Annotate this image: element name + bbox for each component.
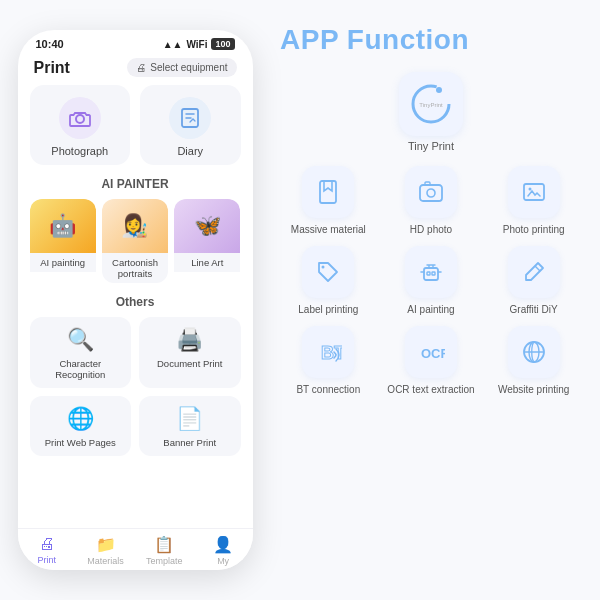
phone-mockup: 10:40 ▲▲ WiFi 100 Print 🖨 Select equipme… — [0, 0, 270, 600]
phone-scroll-area[interactable]: Photograph Diary AI PAINTER — [18, 85, 253, 528]
printer-icon: 🖨 — [136, 62, 146, 73]
ai-painter-header: AI PAINTER — [30, 177, 241, 191]
ai-painter-grid: 🤖 AI painting 👩‍🎨 Cartoonish portraits 🦋… — [30, 199, 241, 283]
nav-materials[interactable]: 📁 Materials — [76, 535, 135, 566]
ocr-icon: OCR — [417, 338, 445, 366]
nav-template[interactable]: 📋 Template — [135, 535, 194, 566]
status-icons: ▲▲ WiFi 100 — [163, 38, 235, 50]
materials-nav-label: Materials — [87, 556, 124, 566]
diary-button[interactable]: Diary — [140, 85, 241, 165]
photograph-button[interactable]: Photograph — [30, 85, 131, 165]
diary-label: Diary — [177, 145, 203, 157]
bt-connection-icon-wrap: BT — [302, 326, 354, 378]
nav-my[interactable]: 👤 My — [194, 535, 253, 566]
website-printing-item[interactable]: Website printing — [485, 326, 582, 396]
tag-icon — [314, 258, 342, 286]
tiny-print-label: Tiny Print — [408, 140, 454, 152]
ai-painting-item[interactable]: 🤖 AI painting — [30, 199, 96, 283]
banner-print-item[interactable]: 📄 Banner Print — [139, 396, 241, 456]
ocr-text-icon-wrap: OCR — [405, 326, 457, 378]
tiny-print-logo-svg: TinyPrint — [407, 80, 455, 128]
svg-point-0 — [76, 115, 84, 123]
phone-header-title: Print — [34, 59, 70, 77]
print-web-pages-item[interactable]: 🌐 Print Web Pages — [30, 396, 132, 456]
website-printing-icon-wrap — [508, 326, 560, 378]
pencil-icon — [520, 258, 548, 286]
svg-text:OCR: OCR — [421, 346, 445, 361]
label-printing-item[interactable]: Label printing — [280, 246, 377, 316]
phone-header: Print 🖨 Select equipment — [18, 54, 253, 85]
character-recognition-icon: 🔍 — [67, 327, 94, 353]
svg-text:TinyPrint: TinyPrint — [419, 102, 443, 108]
svg-rect-5 — [320, 181, 336, 203]
photograph-icon-wrap — [59, 97, 101, 139]
document-print-item[interactable]: 🖨️ Document Print — [139, 317, 241, 388]
photograph-label: Photograph — [51, 145, 108, 157]
diary-icon-wrap — [169, 97, 211, 139]
graffiti-diy-label: Graffiti DiY — [510, 303, 558, 316]
robot-icon — [417, 258, 445, 286]
svg-point-11 — [322, 266, 325, 269]
camera-hd-icon — [417, 178, 445, 206]
website-printing-label: Website printing — [498, 383, 570, 396]
ai-painting-feature-icon-wrap — [405, 246, 457, 298]
ai-painting-feature-label: AI painting — [407, 303, 454, 316]
line-art-label: Line Art — [174, 253, 240, 272]
app-function-title: APP Function — [280, 24, 582, 56]
svg-rect-12 — [424, 268, 438, 280]
character-recognition-label: Character Recognition — [38, 358, 124, 380]
status-bar: 10:40 ▲▲ WiFi 100 — [18, 30, 253, 54]
app-function-panel: APP Function TinyPrint Tiny Print Massiv… — [270, 0, 600, 600]
template-nav-icon: 📋 — [154, 535, 174, 554]
hd-photo-icon-wrap — [405, 166, 457, 218]
ai-painting-icon: 🤖 — [49, 213, 76, 239]
phone-screen: 10:40 ▲▲ WiFi 100 Print 🖨 Select equipme… — [18, 30, 253, 570]
select-equipment-button[interactable]: 🖨 Select equipment — [127, 58, 236, 77]
cartoonish-thumb: 👩‍🎨 — [102, 199, 168, 253]
hd-photo-item[interactable]: HD photo — [383, 166, 480, 236]
battery-icon: 100 — [211, 38, 234, 50]
print-nav-icon: 🖨 — [39, 535, 55, 553]
photo-printing-item[interactable]: Photo printing — [485, 166, 582, 236]
template-nav-label: Template — [146, 556, 183, 566]
graffiti-diy-icon-wrap — [508, 246, 560, 298]
svg-rect-6 — [420, 185, 442, 201]
others-header: Others — [30, 295, 241, 309]
print-web-pages-icon: 🌐 — [67, 406, 94, 432]
cartoonish-label: Cartoonish portraits — [102, 253, 168, 283]
svg-point-10 — [528, 188, 531, 191]
print-web-pages-label: Print Web Pages — [45, 437, 116, 448]
massive-material-item[interactable]: Massive material — [280, 166, 377, 236]
document-print-icon: 🖨️ — [176, 327, 203, 353]
bt-connection-item[interactable]: BT BT connection — [280, 326, 377, 396]
cartoonish-portraits-item[interactable]: 👩‍🎨 Cartoonish portraits — [102, 199, 168, 283]
line-art-item[interactable]: 🦋 Line Art — [174, 199, 240, 283]
quick-actions-row: Photograph Diary — [30, 85, 241, 165]
photo-print-icon — [520, 178, 548, 206]
line-art-thumb: 🦋 — [174, 199, 240, 253]
document-print-label: Document Print — [157, 358, 222, 369]
ocr-text-item[interactable]: OCR OCR text extraction — [383, 326, 480, 396]
wifi-icon: WiFi — [186, 39, 207, 50]
photo-printing-icon-wrap — [508, 166, 560, 218]
banner-print-label: Banner Print — [163, 437, 216, 448]
svg-rect-13 — [427, 272, 430, 275]
feature-grid: Massive material HD photo — [280, 166, 582, 396]
ai-painting-feature-item[interactable]: AI painting — [383, 246, 480, 316]
status-time: 10:40 — [36, 38, 64, 50]
bt-connection-label: BT connection — [296, 383, 360, 396]
svg-point-3 — [436, 87, 442, 93]
nav-print[interactable]: 🖨 Print — [18, 535, 77, 566]
my-nav-icon: 👤 — [213, 535, 233, 554]
graffiti-diy-item[interactable]: Graffiti DiY — [485, 246, 582, 316]
svg-point-7 — [427, 189, 435, 197]
print-nav-label: Print — [38, 555, 57, 565]
character-recognition-item[interactable]: 🔍 Character Recognition — [30, 317, 132, 388]
others-grid: 🔍 Character Recognition 🖨️ Document Prin… — [30, 317, 241, 456]
massive-material-icon-wrap — [302, 166, 354, 218]
photo-printing-label: Photo printing — [503, 223, 565, 236]
my-nav-label: My — [217, 556, 229, 566]
ai-painting-label: AI painting — [30, 253, 96, 272]
massive-material-label: Massive material — [291, 223, 366, 236]
tiny-print-logo: TinyPrint Tiny Print — [280, 72, 582, 152]
